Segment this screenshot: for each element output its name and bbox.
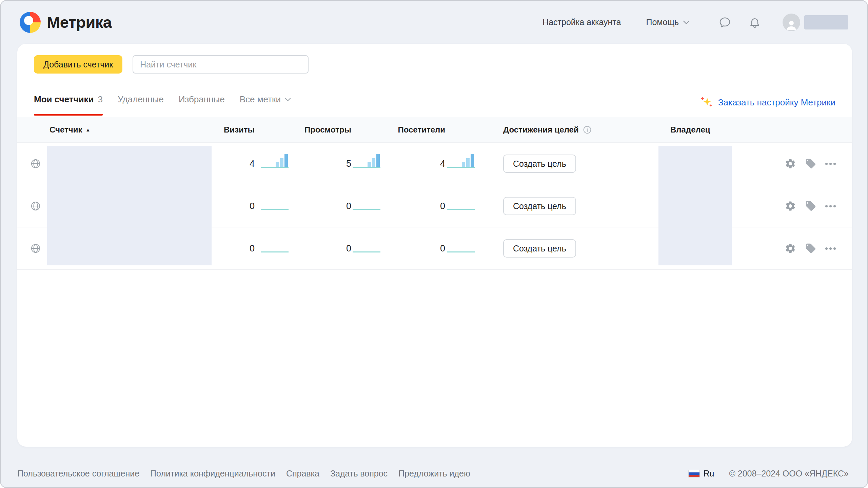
- more-actions-icon[interactable]: [825, 163, 836, 165]
- table-header: Счетчик ▲ Визиты Просмотры Посетители До…: [17, 117, 852, 143]
- account-settings-link[interactable]: Настройка аккаунта: [542, 17, 621, 27]
- user-avatar[interactable]: [783, 14, 800, 31]
- column-visitors-label: Посетители: [398, 117, 445, 142]
- visitors-value: 0: [440, 227, 445, 269]
- row-actions: [785, 185, 836, 227]
- visitors-value: 4: [440, 143, 445, 185]
- footer-right: Ru © 2008–2024 ООО «ЯНДЕКС»: [688, 469, 849, 479]
- column-goals-label: Достижения целей: [503, 125, 579, 135]
- metrika-counters-page: Метрика Настройка аккаунта Помощь: [0, 0, 868, 488]
- visitors-sparkline: [447, 197, 475, 210]
- messenger-chat-icon[interactable]: [719, 16, 731, 28]
- tab-favorites-label: Избранные: [179, 94, 225, 105]
- create-goal-button[interactable]: Создать цель: [503, 239, 576, 258]
- globe-icon: [30, 158, 41, 169]
- page-footer: Пользовательское соглашение Политика кон…: [17, 469, 849, 479]
- views-value: 0: [346, 185, 351, 227]
- brand-name: Метрика: [47, 13, 112, 32]
- column-views-label: Просмотры: [304, 117, 351, 142]
- settings-gear-icon[interactable]: [785, 243, 796, 254]
- more-actions-icon[interactable]: [825, 205, 836, 207]
- views-value: 0: [346, 227, 351, 269]
- top-bar: Метрика Настройка аккаунта Помощь: [1, 1, 867, 44]
- globe-icon: [30, 243, 41, 254]
- settings-gear-icon[interactable]: [785, 200, 796, 212]
- create-goal-button[interactable]: Создать цель: [503, 197, 576, 215]
- views-sparkline: [353, 154, 380, 168]
- footer-link-help[interactable]: Справка: [286, 469, 319, 479]
- footer-link-privacy-policy[interactable]: Политика конфиденциальности: [150, 469, 275, 479]
- tag-label-icon[interactable]: [805, 243, 816, 254]
- chevron-down-icon: [285, 98, 291, 101]
- order-metrika-setup-label: Заказать настройку Метрики: [718, 97, 835, 108]
- tab-my-counters[interactable]: Мои счетчики 3: [34, 93, 103, 116]
- row-actions: [785, 227, 836, 269]
- tab-my-counters-label: Мои счетчики: [34, 94, 94, 105]
- order-metrika-setup-link[interactable]: Заказать настройку Метрики: [699, 95, 835, 109]
- column-goals-header: Достижения целей: [503, 117, 592, 142]
- table-row: 4 5 4 Создать цель: [17, 143, 852, 185]
- person-icon: [785, 18, 798, 31]
- tag-label-icon[interactable]: [805, 200, 816, 212]
- table-row: 0 0 0 Создать цель: [17, 227, 852, 270]
- metrika-logo-icon: [20, 12, 41, 33]
- sort-asc-icon: ▲: [85, 127, 90, 132]
- footer-link-suggest-idea[interactable]: Предложить идею: [398, 469, 470, 479]
- globe-icon: [30, 201, 41, 211]
- copyright-text: © 2008–2024 ООО «ЯНДЕКС»: [729, 469, 849, 479]
- add-counter-button[interactable]: Добавить счетчик: [34, 55, 122, 74]
- counters-tabs: Мои счетчики 3 Удаленные Избранные Все м…: [34, 93, 291, 116]
- russia-flag-icon: [688, 470, 700, 478]
- visits-value: 0: [250, 227, 255, 269]
- visits-sparkline: [261, 197, 289, 210]
- help-label: Помощь: [646, 17, 679, 27]
- settings-gear-icon[interactable]: [785, 158, 796, 169]
- language-switcher[interactable]: Ru: [688, 469, 714, 479]
- tab-all-tags-label: Все метки: [240, 94, 281, 105]
- tag-label-icon[interactable]: [805, 158, 816, 169]
- tab-deleted[interactable]: Удаленные: [118, 93, 164, 116]
- column-owner-label: Владелец: [670, 117, 710, 142]
- visits-sparkline: [261, 239, 289, 252]
- language-label: Ru: [703, 469, 714, 479]
- brand-logo[interactable]: Метрика: [20, 12, 112, 33]
- views-sparkline: [353, 239, 380, 252]
- user-name-redacted[interactable]: [804, 15, 848, 29]
- counters-card: Добавить счетчик Мои счетчики 3 Удаленны…: [17, 44, 852, 447]
- visitors-sparkline: [447, 239, 475, 252]
- create-goal-button[interactable]: Создать цель: [503, 155, 576, 173]
- search-counter-input[interactable]: [133, 55, 309, 74]
- help-menu[interactable]: Помощь: [646, 17, 690, 27]
- tab-all-tags[interactable]: Все метки: [240, 93, 291, 116]
- visitors-value: 0: [440, 185, 445, 227]
- more-actions-icon[interactable]: [825, 247, 836, 250]
- views-sparkline: [353, 197, 380, 210]
- table-row: 0 0 0 Создать цель: [17, 185, 852, 227]
- tab-deleted-label: Удаленные: [118, 94, 164, 105]
- visits-value: 4: [250, 143, 255, 185]
- footer-link-user-agreement[interactable]: Пользовательское соглашение: [17, 469, 139, 479]
- tab-favorites[interactable]: Избранные: [179, 93, 225, 116]
- top-bar-right: Настройка аккаунта Помощь: [542, 14, 848, 31]
- row-actions: [785, 143, 836, 185]
- counters-toolbar: Добавить счетчик: [34, 55, 309, 74]
- views-value: 5: [346, 143, 351, 185]
- column-visits-label: Визиты: [224, 117, 255, 142]
- column-counter-label: Счетчик: [50, 125, 82, 135]
- footer-link-ask-question[interactable]: Задать вопрос: [330, 469, 388, 479]
- visits-value: 0: [250, 185, 255, 227]
- visitors-sparkline: [447, 154, 475, 168]
- column-counter-sort[interactable]: Счетчик ▲: [50, 117, 90, 142]
- info-icon[interactable]: [583, 125, 592, 134]
- notifications-bell-icon[interactable]: [749, 16, 761, 28]
- tab-my-counters-count: 3: [98, 94, 103, 105]
- visits-sparkline: [261, 154, 289, 168]
- chevron-down-icon: [683, 20, 690, 24]
- sparkle-magic-icon: [699, 95, 714, 109]
